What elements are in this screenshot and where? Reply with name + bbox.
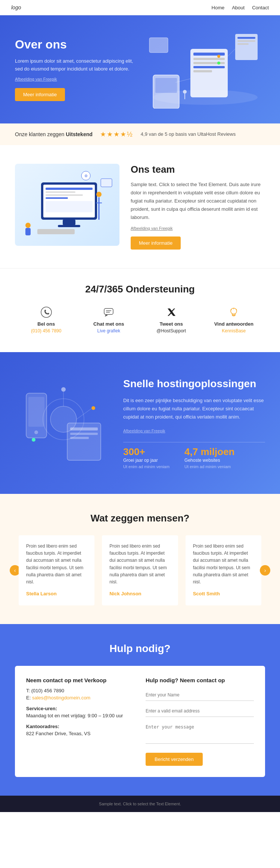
- svg-rect-14: [155, 78, 177, 93]
- svg-point-56: [61, 387, 66, 392]
- help-title: Hulp nodig?: [15, 643, 265, 655]
- svg-rect-26: [46, 201, 93, 212]
- hero-credit: Afbeelding van Freepik: [15, 77, 142, 81]
- contact-phone: T: (010) 456 7890: [26, 688, 134, 693]
- support-knowledge-sub: KennisBase: [203, 328, 265, 333]
- contact-phone-label: T:: [26, 688, 30, 693]
- svg-rect-34: [25, 228, 31, 235]
- hero-content: Over ons Lorem ipsum dolor sit amet, con…: [15, 38, 142, 101]
- svg-text:⚙: ⚙: [84, 174, 88, 178]
- support-item-chat: Chat met ons Live grafiek: [78, 306, 140, 333]
- svg-rect-48: [28, 397, 44, 427]
- stat-websites-number: 4,7 miljoen: [184, 446, 234, 458]
- team-illustration: ⚙: [15, 164, 119, 246]
- support-section: 24/7/365 Ondersteuning Bel ons (010) 456…: [0, 269, 280, 352]
- team-section: ⚙ Ons team Sample text. Click to select …: [0, 145, 280, 268]
- svg-rect-52: [70, 433, 98, 435]
- reviews-label: Onze klanten zeggen: [15, 131, 64, 137]
- hosting-illustration: [15, 371, 112, 475]
- hosting-illustration-svg: [19, 375, 108, 471]
- svg-rect-10: [237, 37, 255, 39]
- hosting-description: Dit is een zeer pijnlijke beschuldiging …: [123, 397, 265, 421]
- svg-point-49: [34, 430, 38, 434]
- nav-contact[interactable]: Contact: [252, 5, 269, 10]
- twitter-icon: [165, 306, 177, 318]
- contact-email-label: E:: [26, 695, 31, 701]
- team-content: Ons team Sample text. Click to select th…: [131, 164, 265, 250]
- testimonial-1-text: Proin sed libero enim sed faucibus turpi…: [26, 543, 87, 586]
- testimonial-3-author: Scott Smith: [193, 590, 254, 598]
- contact-email: E: sales@hostingdomein.com: [26, 695, 134, 701]
- svg-rect-29: [37, 229, 75, 234]
- support-chat-sub: Live grafiek: [78, 328, 140, 333]
- svg-rect-27: [63, 220, 75, 225]
- testimonial-3-text: Proin sed libero enim sed faucibus turpi…: [193, 543, 254, 586]
- svg-rect-39: [104, 308, 113, 314]
- testimonial-3: Proin sed libero enim sed faucibus turpi…: [186, 535, 261, 605]
- contact-address: 822 Fancher Drive, Texas, VS: [26, 731, 134, 736]
- contact-address-label: Kantooradres:: [26, 724, 134, 729]
- testimonials-next-button[interactable]: ›: [260, 565, 270, 576]
- svg-rect-1: [190, 49, 228, 97]
- navbar: logo Home About Contact: [0, 0, 280, 15]
- help-container: Neem contact op met Verkoop T: (010) 456…: [15, 666, 265, 777]
- testimonials-wrapper: ‹ Proin sed libero enim sed faucibus tur…: [15, 535, 265, 605]
- stat-growth: 300+ Groei jaar op jaar Ut enim ad minim…: [123, 446, 169, 469]
- svg-point-7: [217, 55, 220, 58]
- team-description: Sample text. Click to select the Text El…: [131, 181, 265, 222]
- chat-icon: [103, 306, 115, 318]
- support-twitter-sub: @HostSupport: [140, 328, 203, 333]
- testimonial-2: Proin sed libero enim sed faucibus turpi…: [102, 535, 178, 605]
- contact-form-message[interactable]: [146, 721, 254, 744]
- hosting-credit: Afbeelding van Freepik: [123, 429, 265, 433]
- svg-rect-3: [193, 58, 225, 60]
- footer-text: Sample text. Click to select the Text El…: [15, 802, 265, 806]
- svg-rect-5: [193, 66, 225, 68]
- contact-hours: Maandag tot en met vrijdag: 9:00 – 19:00…: [26, 713, 134, 718]
- stat-websites-sub: Ut enim ad minim veniam: [184, 464, 234, 469]
- logo: logo: [11, 4, 21, 10]
- contact-form: Hulp nodig? Neem contact op Bericht verz…: [146, 677, 254, 766]
- testimonial-2-text: Proin sed libero enim sed faucibus turpi…: [109, 543, 170, 586]
- svg-rect-23: [46, 191, 75, 193]
- support-title: 24/7/365 Ondersteuning: [15, 283, 265, 295]
- testimonials-grid: Proin sed libero enim sed faucibus turpi…: [19, 535, 261, 605]
- phone-icon: [40, 306, 52, 318]
- reviews-bar: Onze klanten zeggen Uitstekend ★★★★½ 4,9…: [0, 123, 280, 145]
- contact-hours-label: Service-uren:: [26, 706, 134, 711]
- svg-point-31: [96, 192, 102, 197]
- help-section: Hulp nodig? Neem contact op met Verkoop …: [0, 624, 280, 796]
- contact-form-title: Hulp nodig? Neem contact op: [146, 677, 254, 683]
- hosting-content: Snelle hostingoplossingen Dit is een zee…: [123, 377, 265, 469]
- reviews-rating-label: Uitstekend: [66, 131, 93, 137]
- contact-form-name[interactable]: [146, 689, 254, 701]
- reviews-stars: ★★★★½: [100, 130, 133, 138]
- reviews-text: Onze klanten zeggen Uitstekend: [15, 131, 93, 137]
- hero-description: Lorem ipsum dolor sit amet, consectetur …: [15, 57, 142, 73]
- footer: Sample text. Click to select the Text El…: [0, 796, 280, 812]
- svg-point-38: [41, 307, 52, 317]
- hero-button[interactable]: Meer informatie: [15, 88, 65, 101]
- hosting-title: Snelle hostingoplossingen: [123, 377, 265, 391]
- testimonial-1: Proin sed libero enim sed faucibus turpi…: [19, 535, 94, 605]
- support-item-phone: Bel ons (010) 456 7890: [15, 306, 78, 333]
- team-illustration-svg: ⚙: [19, 167, 116, 242]
- svg-rect-35: [101, 179, 112, 187]
- team-button[interactable]: Meer informatie: [131, 236, 181, 250]
- nav-about[interactable]: About: [232, 5, 245, 10]
- contact-form-email[interactable]: [146, 705, 254, 717]
- svg-rect-25: [46, 197, 68, 199]
- contact-form-submit[interactable]: Bericht verzenden: [146, 753, 203, 766]
- support-phone-sub: (010) 456 7890: [15, 328, 78, 333]
- testimonials-section: Wat zeggen mensen? ‹ Proin sed libero en…: [0, 494, 280, 624]
- svg-point-33: [25, 223, 31, 228]
- reviews-score: 4,9 van de 5 op basis van UltaHost Revie…: [141, 131, 236, 137]
- svg-rect-12: [237, 43, 249, 45]
- hero-illustration: [146, 26, 273, 116]
- nav-home[interactable]: Home: [212, 5, 225, 10]
- team-title: Ons team: [131, 164, 265, 175]
- server-illustration-svg: [146, 26, 265, 109]
- stat-websites-label: Gehoste websites: [184, 458, 234, 463]
- hero-title: Over ons: [15, 38, 142, 51]
- svg-rect-2: [193, 53, 225, 56]
